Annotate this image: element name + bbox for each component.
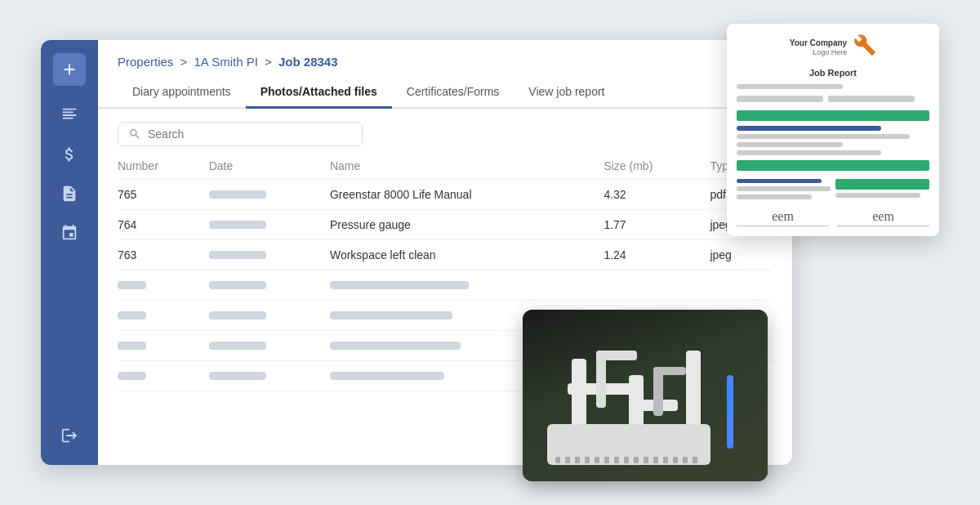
cell-size: 1.77 (604, 210, 710, 240)
breadcrumb: Properties > 1A Smith PI > Job 28343 (98, 40, 792, 77)
tab-photos[interactable]: Photos/Attached files (246, 77, 392, 109)
cell-number: 763 (118, 240, 209, 270)
sidebar-chart-icon[interactable] (53, 99, 86, 132)
tool-icon (853, 34, 876, 61)
sidebar-dollar-icon[interactable] (53, 138, 86, 171)
sidebar-calendar-icon[interactable] (53, 217, 86, 249)
cell-size: 4.32 (604, 180, 710, 210)
signature-1: eem (772, 209, 794, 223)
sidebar-add-button[interactable] (53, 53, 86, 86)
tab-report[interactable]: View job report (514, 77, 619, 109)
table-row[interactable]: 764 Pressure gauge 1.77 jpeg (118, 210, 773, 240)
col-number: Number (118, 153, 209, 180)
cell-name: Pressure gauge (330, 210, 604, 240)
table-row (118, 270, 773, 301)
report-header: Your Company Logo Here (737, 34, 929, 61)
report-logo-text: Your Company Logo Here (790, 38, 847, 58)
sidebar-logout-icon[interactable] (53, 419, 86, 452)
search-icon (128, 127, 141, 141)
report-title: Job Report (737, 68, 929, 78)
col-date: Date (209, 153, 330, 180)
sidebar (41, 40, 98, 465)
breadcrumb-properties[interactable]: Properties (118, 55, 173, 69)
photo-scene (523, 310, 768, 481)
tab-diary[interactable]: Diary appointments (118, 77, 246, 109)
cell-date (209, 210, 330, 240)
search-bar[interactable] (118, 122, 363, 146)
device-vent (555, 457, 702, 463)
cell-name: Greenstar 8000 Life Manual (330, 180, 604, 210)
report-green-bar-1 (737, 110, 929, 121)
breadcrumb-sep1: > (180, 55, 188, 69)
breadcrumb-property[interactable]: 1A Smith PI (194, 55, 257, 69)
tab-certs[interactable]: Certificates/Forms (392, 77, 514, 109)
cell-date (209, 240, 330, 270)
table-row[interactable]: 765 Greenstar 8000 Life Manual 4.32 pdf (118, 180, 773, 210)
report-section-1 (737, 84, 929, 105)
pipe-extra-2 (596, 351, 637, 360)
report-green-bar-2 (737, 160, 929, 171)
report-section-2 (737, 126, 929, 155)
report-section-3 (737, 176, 929, 203)
sidebar-document-icon[interactable] (53, 177, 86, 210)
breadcrumb-sep2: > (265, 55, 272, 69)
job-report-card: Your Company Logo Here Job Report (727, 24, 939, 236)
cell-size: 1.24 (604, 240, 710, 270)
tab-bar: Diary appointments Photos/Attached files… (98, 77, 792, 109)
breadcrumb-job: Job 28343 (278, 55, 338, 69)
cell-date (209, 180, 330, 210)
cell-name: Workspace left clean (330, 240, 604, 270)
photo-thumbnail (523, 310, 768, 481)
pipe-extra-4 (653, 367, 686, 375)
col-name: Name (330, 153, 604, 180)
pipe-blue (727, 375, 733, 449)
cell-number: 764 (118, 210, 209, 240)
signature-2: eem (872, 209, 894, 223)
cell-number: 765 (118, 180, 209, 210)
pipe-v3 (686, 351, 701, 432)
cell-type: jpeg (710, 240, 773, 270)
report-signatures: eem eem (737, 209, 929, 226)
table-row[interactable]: 763 Workspace left clean 1.24 jpeg (118, 240, 773, 270)
search-input[interactable] (148, 127, 352, 141)
col-size: Size (mb) (604, 153, 710, 180)
